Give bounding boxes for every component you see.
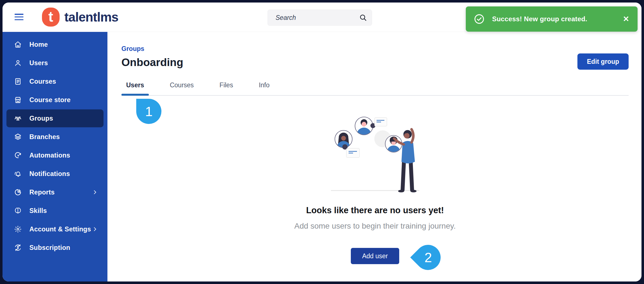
sidebar-item-users[interactable]: Users (6, 54, 104, 72)
automation-icon (14, 151, 22, 159)
sidebar-item-home[interactable]: Home (6, 36, 104, 53)
check-circle-icon (474, 13, 485, 25)
page-title: Onboarding (121, 56, 629, 69)
pie-chart-icon (14, 188, 22, 196)
user-icon (14, 59, 22, 67)
home-icon (14, 40, 22, 49)
annotation-step-1: 1 (136, 99, 161, 124)
sidebar-item-account-settings[interactable]: Account & Settings (6, 220, 104, 238)
tab-bar: Users Courses Files Info (121, 81, 629, 96)
app-window: t talentlms Success! New group created. … (3, 3, 641, 281)
brand-logo-text: talentlms (64, 10, 118, 25)
sidebar-item-label: Automations (29, 152, 70, 159)
chevron-right-icon (92, 189, 98, 195)
empty-state: Looks like there are no users yet! Add s… (121, 110, 629, 264)
page-header: Groups Onboarding Edit group (121, 45, 629, 69)
sidebar-item-label: Notifications (29, 170, 70, 178)
sidebar-item-skills[interactable]: Skills (6, 202, 104, 220)
tab-files[interactable]: Files (215, 81, 238, 95)
bell-icon (14, 170, 22, 178)
add-user-button[interactable]: Add user (351, 248, 399, 264)
search-bar (267, 10, 372, 26)
sidebar-item-label: Home (29, 41, 48, 48)
book-icon (14, 77, 22, 86)
search-icon[interactable] (359, 13, 367, 22)
sidebar-item-course-store[interactable]: Course store (6, 91, 104, 109)
sidebar-item-notifications[interactable]: Notifications (6, 165, 104, 183)
sidebar-nav: Home Users Courses (3, 32, 107, 281)
main-content: Groups Onboarding Edit group Users Cours… (107, 32, 641, 281)
subscription-icon (14, 243, 22, 252)
empty-state-subtext: Add some users to begin their training j… (121, 222, 629, 231)
empty-state-heading: Looks like there are no users yet! (121, 205, 629, 215)
layers-icon (14, 133, 22, 141)
empty-state-illustration (328, 110, 423, 194)
toast-message: Success! New group created. (492, 15, 587, 23)
sidebar-item-label: Reports (29, 189, 55, 196)
chevron-right-icon (92, 226, 98, 232)
tab-users[interactable]: Users (121, 81, 149, 95)
sidebar-item-label: Courses (29, 78, 56, 85)
sidebar-item-courses[interactable]: Courses (6, 72, 104, 90)
hamburger-menu-icon[interactable] (15, 14, 23, 21)
sidebar-item-automations[interactable]: Automations (6, 146, 104, 164)
brain-icon (14, 206, 22, 215)
brand-logo-mark: t (42, 8, 60, 27)
store-icon (14, 96, 22, 104)
sidebar-item-subscription[interactable]: Subscription (6, 239, 104, 257)
success-toast: Success! New group created. ✕ (466, 6, 638, 32)
sidebar-item-branches[interactable]: Branches (6, 128, 104, 146)
sidebar-item-label: Users (29, 59, 48, 67)
sidebar-item-label: Groups (29, 115, 53, 122)
tab-info[interactable]: Info (254, 81, 274, 95)
sidebar-item-label: Subscription (29, 244, 70, 252)
sidebar-item-reports[interactable]: Reports (6, 183, 104, 201)
sidebar-item-label: Course store (29, 96, 70, 104)
brand-logo[interactable]: t talentlms (42, 3, 118, 32)
sidebar-item-label: Skills (29, 207, 47, 215)
toast-close-icon[interactable]: ✕ (623, 15, 629, 23)
sidebar-item-groups[interactable]: Groups (6, 109, 104, 127)
gear-icon (14, 225, 22, 233)
edit-group-button[interactable]: Edit group (577, 53, 629, 70)
sidebar-item-label: Branches (29, 133, 60, 141)
tab-courses[interactable]: Courses (165, 81, 199, 95)
breadcrumb-groups[interactable]: Groups (121, 45, 144, 53)
search-input[interactable] (275, 14, 359, 22)
sidebar-item-label: Account & Settings (29, 226, 91, 233)
groups-icon (14, 114, 22, 123)
